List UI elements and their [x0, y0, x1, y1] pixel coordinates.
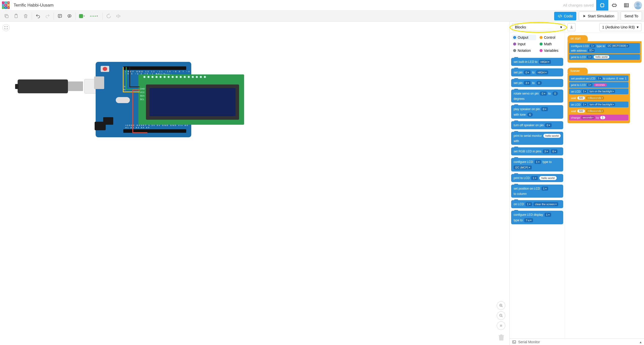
workspace-block[interactable]: wait500milliseconds [569, 108, 628, 114]
schematic-view-button[interactable] [608, 0, 620, 11]
block-dropdown[interactable]: 1 [535, 160, 541, 164]
block-dropdown[interactable]: clear the screen [534, 202, 558, 206]
block-input[interactable]: 500 [577, 96, 585, 100]
palette-block[interactable]: set RGB LED in pins36 [511, 147, 563, 155]
canvas-trash[interactable] [497, 333, 505, 342]
block-dropdown[interactable]: 1 [545, 213, 551, 217]
wire-yellow-2[interactable] [123, 92, 140, 92]
palette-block[interactable]: set position on LCD1to column [511, 185, 563, 198]
workspace-block[interactable]: configure LCD1type toI2C (MCP23008)with … [569, 43, 640, 53]
block-dropdown[interactable]: milliseconds [586, 109, 604, 113]
wire-red[interactable] [132, 90, 133, 133]
block-dropdown[interactable]: turn off the backlight [588, 103, 615, 106]
palette-block[interactable]: set pin3to0 [511, 79, 563, 87]
block-dropdown[interactable]: 0 [545, 123, 552, 127]
copy-button[interactable] [2, 12, 11, 21]
redo-button[interactable] [43, 12, 52, 21]
start-simulation-button[interactable]: Start Simulation [579, 12, 618, 20]
workspace-block[interactable]: on LCD1turn off the backlight [569, 102, 628, 107]
workspace-block[interactable]: wait500milliseconds [569, 95, 628, 101]
code-mode-dropdown[interactable]: Blocks ▾ [512, 23, 565, 31]
block-dropdown[interactable]: 1 [531, 176, 538, 180]
lcd-component[interactable]: GND VCC SDA SCL [138, 74, 244, 125]
wire-yellow[interactable] [123, 67, 124, 92]
wire-red-2[interactable] [132, 90, 140, 90]
palette-block[interactable]: turn off speaker on pin0 [511, 121, 563, 129]
on-start-hat[interactable]: on start [567, 35, 588, 41]
recenter-button[interactable] [497, 321, 505, 330]
block-dropdown[interactable]: 0 [541, 107, 548, 111]
category-output[interactable]: Output [512, 35, 536, 40]
usb-cable[interactable] [18, 77, 88, 95]
block-dropdown[interactable]: 1 [582, 103, 587, 106]
component-list-button[interactable] [620, 0, 632, 11]
wire-red-3[interactable] [132, 132, 147, 133]
block-input[interactable]: hello world [594, 55, 609, 59]
block-dropdown[interactable]: turn on the backlight [588, 90, 615, 93]
workspace-block[interactable]: changesecondsby1 [569, 115, 628, 120]
block-number-input[interactable]: 0 [616, 77, 618, 80]
palette-block[interactable]: set pin0toHIGH [511, 68, 563, 76]
rotate-button[interactable] [104, 12, 113, 21]
block-dropdown[interactable]: 0 [540, 92, 547, 96]
circuit-canvas[interactable]: AREF GND 13 12 ~11 ~10 ~9 8 7 ~6 ~5 4 ~3… [0, 22, 509, 345]
block-dropdown[interactable]: 1 [587, 83, 593, 87]
code-button[interactable]: Code [554, 12, 576, 20]
workspace-block[interactable]: set position on LCD1to column0row1 [569, 75, 628, 81]
mirror-button[interactable] [114, 12, 123, 21]
send-to-button[interactable]: Send To [621, 12, 642, 20]
paste-button[interactable] [12, 12, 21, 21]
delete-button[interactable] [21, 12, 30, 21]
block-dropdown[interactable]: milliseconds [586, 96, 604, 100]
zoom-in-button[interactable] [497, 301, 505, 310]
block-dropdown[interactable]: 1 [582, 90, 587, 93]
zoom-to-fit-button[interactable] [3, 24, 10, 31]
wire-color-picker[interactable]: ▾ [77, 12, 86, 21]
block-input[interactable]: 1 [600, 116, 605, 119]
workspace-block[interactable]: on LCD1turn on the backlight [569, 89, 628, 94]
board-select-dropdown[interactable]: 1 (Arduino Uno R3) ▾ [599, 23, 641, 31]
wire-black-2[interactable] [129, 87, 140, 87]
block-dropdown[interactable]: 0 [524, 70, 531, 74]
block-dropdown[interactable]: 1 [596, 77, 602, 80]
block-input[interactable]: hello world [543, 134, 561, 138]
serial-monitor-toggle[interactable]: Serial Monitor ▴ [510, 338, 644, 345]
palette-block[interactable]: on LCD1clear the screen [511, 200, 563, 208]
block-workspace[interactable]: on start configure LCD1type toI2C (MCP23… [565, 33, 644, 338]
block-dropdown[interactable]: 3 [524, 81, 531, 85]
palette-block[interactable]: configure LED display1type to7-s [511, 211, 563, 224]
tinkercad-logo[interactable]: TIN KER CAD [2, 2, 10, 9]
category-input[interactable]: Input [512, 41, 536, 47]
block-dropdown[interactable]: HIGH [539, 60, 551, 64]
wire-black[interactable] [129, 67, 130, 87]
block-dropdown[interactable]: I2C (MCP23008) [606, 44, 629, 48]
block-dropdown[interactable]: 1 [542, 187, 548, 191]
block-number-input[interactable]: 1 [625, 77, 626, 80]
palette-block[interactable]: play speaker on pin0with tone6 [511, 105, 563, 119]
category-notation[interactable]: Notation [512, 48, 536, 53]
label-toggle-button[interactable] [65, 12, 74, 21]
block-number-input[interactable]: 6 [527, 113, 533, 117]
variable-reporter[interactable]: seconds [594, 83, 607, 87]
block-dropdown[interactable]: 1 [587, 55, 593, 59]
block-dropdown[interactable]: I2C (MCP) [514, 165, 532, 169]
forever-hat[interactable]: forever [567, 68, 588, 74]
palette-block[interactable]: set built-in LED toHIGH [511, 58, 563, 66]
wire-green[interactable] [126, 67, 127, 90]
block-input[interactable]: hello world [539, 176, 557, 180]
category-variables[interactable]: Variables [539, 48, 562, 53]
undo-button[interactable] [33, 12, 43, 21]
zoom-out-button[interactable] [497, 311, 505, 320]
block-input[interactable]: 500 [577, 109, 585, 113]
block-dropdown[interactable]: 3 [543, 149, 549, 153]
category-control[interactable]: Control [539, 35, 562, 40]
on-start-stack[interactable]: on start configure LCD1type toI2C (MCP23… [567, 35, 641, 63]
block-dropdown[interactable]: 1 [525, 202, 532, 206]
project-title[interactable]: Terrific Habbi-Uusam [14, 3, 54, 8]
block-number-input[interactable]: 0 [552, 92, 558, 96]
palette-block[interactable]: print to LCD1hello world [511, 174, 563, 182]
user-avatar[interactable] [634, 1, 642, 9]
palette-block-list[interactable]: set built-in LED toHIGHset pin0toHIGHset… [510, 55, 565, 338]
block-dropdown[interactable]: 32 [588, 49, 595, 52]
download-code-button[interactable] [567, 23, 576, 31]
